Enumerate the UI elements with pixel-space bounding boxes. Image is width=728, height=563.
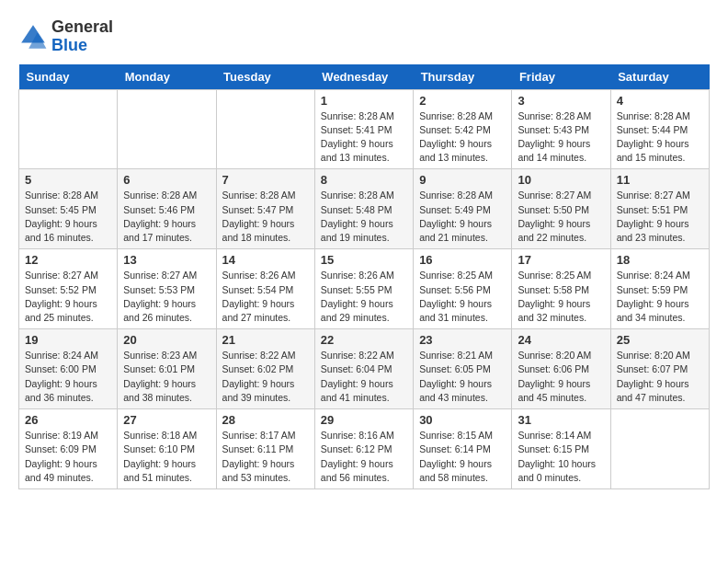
day-number: 2 — [419, 94, 506, 108]
day-info: Sunrise: 8:28 AM Sunset: 5:42 PM Dayligh… — [419, 109, 506, 166]
calendar-cell — [610, 409, 709, 489]
day-number: 1 — [321, 94, 407, 108]
calendar-cell: 11Sunrise: 8:27 AM Sunset: 5:51 PM Dayli… — [610, 169, 709, 249]
day-number: 21 — [222, 333, 309, 347]
calendar-week-row: 5Sunrise: 8:28 AM Sunset: 5:45 PM Daylig… — [19, 169, 710, 249]
day-number: 25 — [617, 333, 703, 347]
day-info: Sunrise: 8:18 AM Sunset: 6:10 PM Dayligh… — [123, 429, 210, 485]
day-number: 19 — [25, 333, 111, 347]
calendar-cell — [118, 89, 216, 169]
day-info: Sunrise: 8:28 AM Sunset: 5:41 PM Dayligh… — [321, 109, 407, 166]
calendar-week-row: 26Sunrise: 8:19 AM Sunset: 6:09 PM Dayli… — [19, 409, 710, 489]
day-info: Sunrise: 8:22 AM Sunset: 6:04 PM Dayligh… — [321, 349, 407, 405]
calendar-cell: 19Sunrise: 8:24 AM Sunset: 6:00 PM Dayli… — [19, 329, 118, 409]
day-number: 31 — [518, 413, 604, 427]
logo-general-text: General — [51, 18, 113, 37]
weekday-header-friday: Friday — [512, 64, 610, 90]
day-number: 30 — [419, 413, 506, 427]
calendar-cell: 14Sunrise: 8:26 AM Sunset: 5:54 PM Dayli… — [216, 249, 314, 329]
calendar-cell: 21Sunrise: 8:22 AM Sunset: 6:02 PM Dayli… — [216, 329, 314, 409]
calendar-cell: 9Sunrise: 8:28 AM Sunset: 5:49 PM Daylig… — [414, 169, 512, 249]
calendar-cell: 27Sunrise: 8:18 AM Sunset: 6:10 PM Dayli… — [118, 409, 216, 489]
day-info: Sunrise: 8:25 AM Sunset: 5:56 PM Dayligh… — [419, 269, 506, 325]
logo-icon — [18, 22, 48, 52]
day-number: 17 — [518, 253, 604, 267]
calendar-table: SundayMondayTuesdayWednesdayThursdayFrid… — [18, 64, 710, 489]
day-info: Sunrise: 8:24 AM Sunset: 5:59 PM Dayligh… — [617, 269, 703, 325]
weekday-header-wednesday: Wednesday — [314, 64, 413, 90]
calendar-cell: 31Sunrise: 8:14 AM Sunset: 6:15 PM Dayli… — [512, 409, 610, 489]
weekday-header-sunday: Sunday — [19, 64, 118, 90]
day-info: Sunrise: 8:23 AM Sunset: 6:01 PM Dayligh… — [123, 349, 210, 405]
day-number: 11 — [617, 173, 703, 187]
calendar-cell: 3Sunrise: 8:28 AM Sunset: 5:43 PM Daylig… — [512, 89, 610, 169]
day-number: 12 — [25, 253, 111, 267]
day-info: Sunrise: 8:20 AM Sunset: 6:07 PM Dayligh… — [617, 349, 703, 405]
calendar-cell: 13Sunrise: 8:27 AM Sunset: 5:53 PM Dayli… — [118, 249, 216, 329]
day-info: Sunrise: 8:28 AM Sunset: 5:49 PM Dayligh… — [419, 189, 506, 245]
day-number: 4 — [617, 94, 703, 108]
logo-blue-text: Blue — [51, 37, 113, 55]
day-info: Sunrise: 8:27 AM Sunset: 5:50 PM Dayligh… — [518, 189, 604, 245]
weekday-header-saturday: Saturday — [610, 64, 709, 90]
day-info: Sunrise: 8:26 AM Sunset: 5:54 PM Dayligh… — [222, 269, 309, 325]
day-number: 5 — [25, 173, 111, 187]
logo: General Blue — [18, 18, 113, 55]
day-info: Sunrise: 8:25 AM Sunset: 5:58 PM Dayligh… — [518, 269, 604, 325]
day-info: Sunrise: 8:28 AM Sunset: 5:44 PM Dayligh… — [617, 109, 703, 166]
day-info: Sunrise: 8:21 AM Sunset: 6:05 PM Dayligh… — [419, 349, 506, 405]
calendar-cell: 28Sunrise: 8:17 AM Sunset: 6:11 PM Dayli… — [216, 409, 314, 489]
day-info: Sunrise: 8:19 AM Sunset: 6:09 PM Dayligh… — [25, 429, 111, 485]
calendar-week-row: 19Sunrise: 8:24 AM Sunset: 6:00 PM Dayli… — [19, 329, 710, 409]
day-number: 27 — [123, 413, 210, 427]
day-number: 9 — [419, 173, 506, 187]
day-number: 22 — [321, 333, 407, 347]
day-number: 16 — [419, 253, 506, 267]
day-number: 13 — [123, 253, 210, 267]
day-info: Sunrise: 8:22 AM Sunset: 6:02 PM Dayligh… — [222, 349, 309, 405]
calendar-cell: 23Sunrise: 8:21 AM Sunset: 6:05 PM Dayli… — [414, 329, 512, 409]
day-number: 15 — [321, 253, 407, 267]
calendar-cell: 10Sunrise: 8:27 AM Sunset: 5:50 PM Dayli… — [512, 169, 610, 249]
calendar-cell: 18Sunrise: 8:24 AM Sunset: 5:59 PM Dayli… — [610, 249, 709, 329]
calendar-cell — [19, 89, 118, 169]
day-number: 26 — [25, 413, 111, 427]
page-header: General Blue — [18, 18, 710, 55]
calendar-cell — [216, 89, 314, 169]
day-info: Sunrise: 8:26 AM Sunset: 5:55 PM Dayligh… — [321, 269, 407, 325]
calendar-cell: 1Sunrise: 8:28 AM Sunset: 5:41 PM Daylig… — [314, 89, 413, 169]
calendar-cell: 22Sunrise: 8:22 AM Sunset: 6:04 PM Dayli… — [314, 329, 413, 409]
day-number: 8 — [321, 173, 407, 187]
day-number: 6 — [123, 173, 210, 187]
day-info: Sunrise: 8:15 AM Sunset: 6:14 PM Dayligh… — [419, 429, 506, 485]
day-number: 23 — [419, 333, 506, 347]
calendar-cell: 26Sunrise: 8:19 AM Sunset: 6:09 PM Dayli… — [19, 409, 118, 489]
calendar-week-row: 12Sunrise: 8:27 AM Sunset: 5:52 PM Dayli… — [19, 249, 710, 329]
day-info: Sunrise: 8:28 AM Sunset: 5:46 PM Dayligh… — [123, 189, 210, 245]
day-number: 29 — [321, 413, 407, 427]
calendar-cell: 25Sunrise: 8:20 AM Sunset: 6:07 PM Dayli… — [610, 329, 709, 409]
day-number: 14 — [222, 253, 309, 267]
calendar-cell: 30Sunrise: 8:15 AM Sunset: 6:14 PM Dayli… — [414, 409, 512, 489]
calendar-cell: 8Sunrise: 8:28 AM Sunset: 5:48 PM Daylig… — [314, 169, 413, 249]
weekday-header-row: SundayMondayTuesdayWednesdayThursdayFrid… — [19, 64, 710, 90]
day-info: Sunrise: 8:27 AM Sunset: 5:53 PM Dayligh… — [123, 269, 210, 325]
day-number: 18 — [617, 253, 703, 267]
calendar-cell: 16Sunrise: 8:25 AM Sunset: 5:56 PM Dayli… — [414, 249, 512, 329]
day-info: Sunrise: 8:17 AM Sunset: 6:11 PM Dayligh… — [222, 429, 309, 485]
day-info: Sunrise: 8:14 AM Sunset: 6:15 PM Dayligh… — [518, 429, 604, 485]
calendar-cell: 7Sunrise: 8:28 AM Sunset: 5:47 PM Daylig… — [216, 169, 314, 249]
calendar-cell: 15Sunrise: 8:26 AM Sunset: 5:55 PM Dayli… — [314, 249, 413, 329]
calendar-cell: 6Sunrise: 8:28 AM Sunset: 5:46 PM Daylig… — [118, 169, 216, 249]
calendar-cell: 24Sunrise: 8:20 AM Sunset: 6:06 PM Dayli… — [512, 329, 610, 409]
day-number: 20 — [123, 333, 210, 347]
day-info: Sunrise: 8:28 AM Sunset: 5:43 PM Dayligh… — [518, 109, 604, 166]
weekday-header-monday: Monday — [118, 64, 216, 90]
calendar-cell: 29Sunrise: 8:16 AM Sunset: 6:12 PM Dayli… — [314, 409, 413, 489]
calendar-cell: 17Sunrise: 8:25 AM Sunset: 5:58 PM Dayli… — [512, 249, 610, 329]
day-info: Sunrise: 8:16 AM Sunset: 6:12 PM Dayligh… — [321, 429, 407, 485]
day-number: 24 — [518, 333, 604, 347]
calendar-cell: 20Sunrise: 8:23 AM Sunset: 6:01 PM Dayli… — [118, 329, 216, 409]
day-info: Sunrise: 8:28 AM Sunset: 5:45 PM Dayligh… — [25, 189, 111, 245]
day-info: Sunrise: 8:27 AM Sunset: 5:52 PM Dayligh… — [25, 269, 111, 325]
